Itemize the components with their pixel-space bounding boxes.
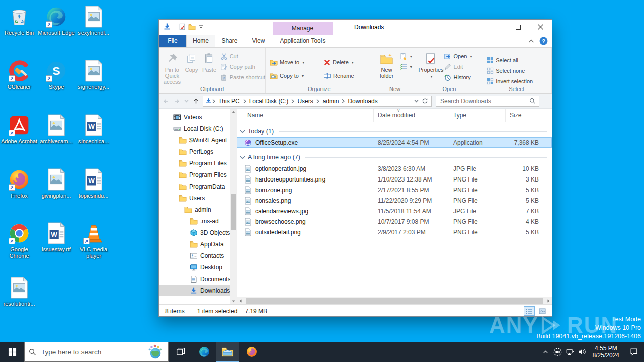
qat-customize-button[interactable]	[198, 24, 204, 29]
tray-expand-icon[interactable]	[540, 342, 552, 362]
search-input[interactable]	[439, 97, 529, 105]
scroll-up-icon[interactable]	[230, 109, 237, 115]
ribbon-button-select-all[interactable]: Select all	[487, 56, 551, 65]
desktop-icon-recycle-bin[interactable]: Recycle Bin	[1, 5, 38, 36]
ribbon-button-paste[interactable]: Paste	[200, 50, 218, 85]
action-center-icon[interactable]	[624, 342, 644, 362]
minimize-button[interactable]	[484, 20, 507, 34]
help-icon[interactable]: ?	[539, 37, 548, 45]
ribbon-button-pin-to-quick-access[interactable]: Pin to Quick access	[162, 50, 183, 85]
qat-properties-button[interactable]	[179, 23, 186, 30]
tree-item-local-disk-c[interactable]: Local Disk (C:)	[159, 123, 230, 134]
details-view-button[interactable]	[524, 306, 535, 316]
tree-item-program-files[interactable]: Program Files	[159, 169, 230, 180]
desktop-icon-microsoft-edge[interactable]: Microsoft Edge	[38, 5, 75, 36]
contextual-tab-manage[interactable]: Manage	[273, 22, 333, 35]
tree-item-downloads[interactable]: Downloads	[159, 285, 230, 296]
taskbar-search[interactable]	[24, 342, 169, 362]
file-row-officesetup-exe[interactable]: OfficeSetup.exe8/25/2024 4:54 PMApplicat…	[237, 137, 552, 148]
tree-item-ms-ad[interactable]: .ms-ad	[159, 215, 230, 227]
ribbon-button-properties[interactable]: Properties ▾	[420, 50, 442, 82]
tree-item-winreagent[interactable]: $WinREAgent	[159, 134, 230, 146]
column-header-type[interactable]: Type	[449, 109, 506, 122]
desktop-icon-ccleaner[interactable]: CCleaner	[1, 59, 38, 90]
collapse-ribbon-icon[interactable]	[528, 39, 534, 43]
group-header-today-1[interactable]: Today (1)	[237, 125, 552, 137]
breadcrumb-local-disk-c[interactable]: Local Disk (C:)	[247, 98, 291, 105]
address-bar[interactable]: This PCLocal Disk (C:)UsersadminDownload…	[203, 96, 432, 107]
ribbon-button-new-folder[interactable]: New folder	[376, 50, 398, 79]
ribbon-button-move-to[interactable]: Move to▾	[270, 58, 323, 67]
tree-item-admin[interactable]: admin	[159, 204, 230, 215]
desktop-icon-givingplan[interactable]: givingplan...	[38, 168, 75, 199]
tab-home[interactable]: Home	[186, 35, 215, 47]
desktop-icon-google-chrome[interactable]: Google Chrome	[1, 222, 38, 259]
scroll-down-icon[interactable]	[230, 298, 237, 304]
file-row-bornzone-png[interactable]: bornzone.png2/17/2021 8:55 PMPNG File5 K…	[237, 185, 552, 195]
ribbon-button-easy-access[interactable]: ▾	[400, 62, 412, 71]
meet-now-icon[interactable]	[552, 342, 564, 362]
desktop-icon-firefox[interactable]: Firefox	[1, 168, 38, 199]
volume-icon[interactable]	[576, 342, 588, 362]
taskbar-app-task-view[interactable]	[169, 342, 192, 362]
ribbon-button-copy-to[interactable]: Copy to▾	[270, 71, 323, 80]
scroll-left-icon[interactable]	[237, 299, 244, 303]
tree-item-program-files[interactable]: Program Files	[159, 157, 230, 169]
horizontal-scrollbar[interactable]	[237, 297, 552, 304]
ribbon-button-invert-selection[interactable]: Invert selection	[487, 77, 551, 86]
recent-locations-icon[interactable]	[184, 99, 189, 103]
ribbon-button-select-none[interactable]: Select none	[487, 66, 551, 75]
search-box[interactable]	[436, 96, 539, 107]
start-button[interactable]	[0, 342, 24, 362]
tree-item-documents[interactable]: Documents	[159, 273, 230, 285]
ribbon-button-paste-shortcut[interactable]: Paste shortcut	[220, 73, 265, 82]
breadcrumb-downloads[interactable]: Downloads	[345, 98, 380, 105]
taskbar-search-input[interactable]	[40, 348, 143, 356]
tree-item-desktop[interactable]: Desktop	[159, 261, 230, 273]
file-row-calendarreviews-jpg[interactable]: calendarreviews.jpg11/5/2018 11:54 AMJPG…	[237, 206, 552, 216]
column-header-name[interactable]: Name	[237, 109, 374, 122]
tree-item-programdata[interactable]: ProgramData	[159, 180, 230, 192]
taskbar-app-edge[interactable]	[192, 342, 216, 362]
taskbar-app-file-explorer[interactable]	[216, 342, 239, 362]
ribbon-button-copy[interactable]: Copy	[183, 50, 200, 85]
breadcrumb-admin[interactable]: admin	[320, 98, 342, 105]
horizontal-scrollbar-thumb[interactable]	[246, 298, 543, 304]
chevron-down-icon[interactable]	[240, 156, 245, 159]
up-button[interactable]	[192, 98, 200, 105]
ribbon-button-copy-path[interactable]: Copy path	[220, 62, 265, 71]
taskbar-app-firefox[interactable]	[239, 342, 263, 362]
ribbon-button-new-item[interactable]: ▾	[400, 52, 412, 61]
column-header-date-modified[interactable]: ∨Date modified	[374, 109, 449, 122]
ribbon-button-cut[interactable]: Cut	[220, 52, 265, 61]
file-row-nonsales-png[interactable]: nonsales.png11/22/2020 9:29 PMPNG File5 …	[237, 195, 552, 206]
file-row-browsechoose-png[interactable]: browsechoose.png10/7/2017 9:08 PMPNG Fil…	[237, 216, 552, 227]
tab-file[interactable]: File	[159, 35, 186, 47]
forward-button[interactable]	[173, 98, 181, 105]
qat-new-folder-button[interactable]	[188, 24, 196, 30]
network-icon[interactable]	[564, 342, 576, 362]
desktop-icon-adobe-acrobat[interactable]: Adobe Acrobat	[1, 114, 38, 145]
ribbon-button-edit[interactable]: Edit	[444, 62, 472, 71]
back-button[interactable]	[162, 98, 170, 105]
large-icons-view-button[interactable]	[537, 306, 548, 316]
search-highlight-globe-icon[interactable]	[147, 344, 164, 360]
taskbar-clock[interactable]: 4:55 PM 8/25/2024	[588, 345, 624, 359]
tree-scrollbar[interactable]	[230, 109, 237, 304]
refresh-icon[interactable]	[422, 98, 428, 104]
ribbon-button-delete[interactable]: Delete▾	[323, 58, 372, 67]
breadcrumb-this-pc[interactable]: This PC	[216, 98, 243, 105]
tree-item-appdata[interactable]: AppData	[159, 238, 230, 250]
tab-share[interactable]: Share	[215, 35, 244, 47]
scroll-right-icon[interactable]	[545, 299, 552, 303]
desktop-icon-sincechica[interactable]: Wsincechica...	[75, 114, 112, 145]
tree-item-perflogs[interactable]: PerfLogs	[159, 146, 230, 157]
desktop-icon-signenergy[interactable]: signenergy...	[75, 59, 112, 90]
chevron-down-icon[interactable]	[240, 130, 245, 133]
desktop-icon-vlc-media-player[interactable]: VLC media player	[75, 222, 112, 259]
desktop-icon-skype[interactable]: SSkype	[38, 59, 75, 90]
desktop-icon-issuestay-rtf[interactable]: Wissuestay.rtf	[38, 222, 75, 253]
ribbon-button-rename[interactable]: Rename	[323, 71, 372, 80]
maximize-button[interactable]	[507, 20, 529, 34]
close-button[interactable]	[529, 20, 552, 34]
